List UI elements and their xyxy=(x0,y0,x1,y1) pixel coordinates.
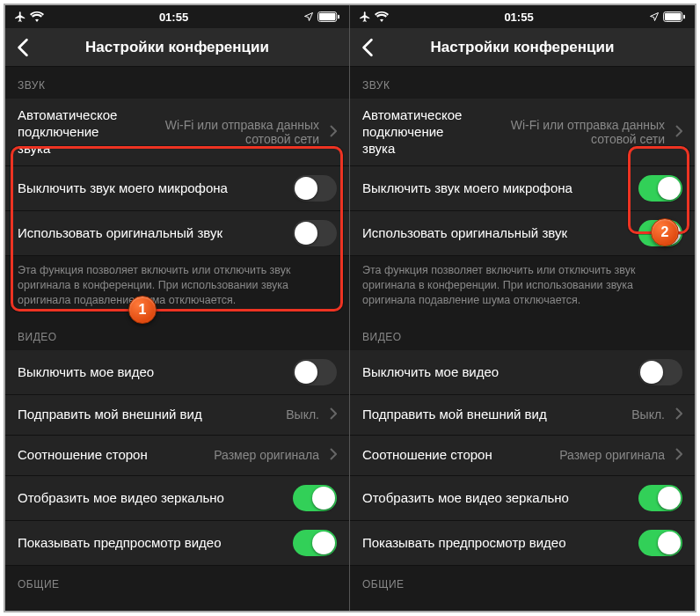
row-touch-up[interactable]: Подправить мой внешний вид Выкл. xyxy=(5,395,349,436)
back-button[interactable] xyxy=(5,28,40,67)
svg-rect-2 xyxy=(338,15,339,19)
status-left xyxy=(14,11,44,23)
row-value: Размер оригинала xyxy=(214,448,319,462)
row-label: Использовать оригинальный звук xyxy=(362,225,631,242)
page-title: Настройки конференции xyxy=(350,39,695,56)
chevron-right-icon xyxy=(330,407,337,422)
toggle-mirror[interactable] xyxy=(293,485,337,511)
row-label: Выключить звук моего микрофона xyxy=(362,180,631,197)
row-mute-mic: Выключить звук моего микрофона xyxy=(5,166,349,211)
section-general: ОБЩИЕ xyxy=(350,566,695,598)
row-preview: Показывать предпросмотр видео xyxy=(5,521,349,566)
header: Настройки конференции xyxy=(5,28,349,67)
orig-sound-hint: Эта функция позволяет включить или отклю… xyxy=(350,256,695,319)
status-left xyxy=(359,11,389,23)
row-value: Выкл. xyxy=(631,407,665,422)
row-label: Показывать предпросмотр видео xyxy=(18,535,286,552)
location-icon xyxy=(649,11,660,22)
step-badge: 2 xyxy=(651,218,679,246)
toggle-preview[interactable] xyxy=(293,530,337,556)
row-orig-sound: Использовать оригинальный звук xyxy=(5,211,349,256)
row-preview: Показывать предпросмотр видео xyxy=(350,521,695,566)
chevron-right-icon xyxy=(330,125,337,140)
row-label: Выключить мое видео xyxy=(18,364,286,381)
toggle-mirror[interactable] xyxy=(638,485,682,511)
row-auto-audio[interactable]: Автоматическое подключение звука Wi-Fi и… xyxy=(5,99,349,166)
row-label: Выключить звук моего микрофона xyxy=(18,180,286,197)
svg-rect-4 xyxy=(665,13,681,20)
row-value: Wi-Fi или отправка данных сотовой сети xyxy=(469,118,665,146)
toggle-mute-mic[interactable] xyxy=(638,175,682,202)
status-time: 01:55 xyxy=(159,11,188,24)
back-button[interactable] xyxy=(350,28,385,67)
row-auto-audio[interactable]: Автоматическое подключение звука Wi-Fi и… xyxy=(350,99,695,166)
toggle-preview[interactable] xyxy=(638,530,682,556)
section-general: ОБЩИЕ xyxy=(5,566,349,598)
status-bar: 01:55 xyxy=(350,5,695,28)
svg-rect-1 xyxy=(319,13,335,20)
row-touch-up[interactable]: Подправить мой внешний вид Выкл. xyxy=(350,395,695,436)
row-mirror: Отобразить мое видео зеркально xyxy=(350,476,695,521)
row-disable-video: Выключить мое видео xyxy=(5,350,349,395)
svg-rect-5 xyxy=(683,15,685,19)
page-title: Настройки конференции xyxy=(5,39,349,56)
row-label: Соотношение сторон xyxy=(362,447,552,464)
screen-right: 01:55 Настройки конференции ЗВУК Автомат… xyxy=(350,5,695,611)
section-video: ВИДЕО xyxy=(350,319,695,350)
row-aspect[interactable]: Соотношение сторон Размер оригинала xyxy=(350,436,695,476)
screen-left: 01:55 Настройки конференции ЗВУК Автомат… xyxy=(5,5,350,611)
row-label: Подправить мой внешний вид xyxy=(362,407,624,423)
row-label: Автоматическое подключение звука xyxy=(362,107,462,157)
comparison-frame: 01:55 Настройки конференции ЗВУК Автомат… xyxy=(4,4,696,612)
battery-icon xyxy=(317,11,340,22)
toggle-mute-mic[interactable] xyxy=(293,175,337,202)
row-mute-mic: Выключить звук моего микрофона xyxy=(350,166,695,211)
chevron-left-icon xyxy=(361,38,374,57)
section-video: ВИДЕО xyxy=(5,319,349,350)
chevron-left-icon xyxy=(17,38,29,57)
airplane-mode-icon xyxy=(359,11,371,23)
wifi-icon xyxy=(375,11,389,22)
row-value: Размер оригинала xyxy=(559,448,665,462)
row-orig-sound: Использовать оригинальный звук xyxy=(350,211,695,256)
row-label: Отобразить мое видео зеркально xyxy=(362,490,631,507)
status-right xyxy=(303,11,340,22)
section-sound: ЗВУК xyxy=(5,67,349,99)
status-bar: 01:55 xyxy=(5,5,349,28)
section-sound: ЗВУК xyxy=(350,67,695,99)
toggle-disable-video[interactable] xyxy=(293,359,337,385)
toggle-disable-video[interactable] xyxy=(638,359,682,385)
location-icon xyxy=(303,11,314,22)
orig-sound-hint: Эта функция позволяет включить или отклю… xyxy=(5,256,349,319)
battery-icon xyxy=(663,11,686,22)
status-time: 01:55 xyxy=(504,11,533,24)
row-aspect[interactable]: Соотношение сторон Размер оригинала xyxy=(5,436,349,476)
row-label: Отобразить мое видео зеркально xyxy=(18,490,286,507)
chevron-right-icon xyxy=(330,448,337,463)
row-label: Подправить мой внешний вид xyxy=(18,407,279,423)
chevron-right-icon xyxy=(675,448,682,463)
toggle-orig-sound[interactable] xyxy=(293,220,337,246)
airplane-mode-icon xyxy=(14,11,26,23)
status-right xyxy=(649,11,686,22)
row-label: Выключить мое видео xyxy=(362,364,631,381)
step-badge: 1 xyxy=(128,296,157,324)
chevron-right-icon xyxy=(675,407,682,422)
row-disable-video: Выключить мое видео xyxy=(350,350,695,395)
row-label: Автоматическое подключение звука xyxy=(18,107,117,157)
header: Настройки конференции xyxy=(350,28,695,67)
row-label: Использовать оригинальный звук xyxy=(18,225,286,242)
row-label: Показывать предпросмотр видео xyxy=(362,535,631,552)
row-value: Wi-Fi или отправка данных сотовой сети xyxy=(124,118,319,146)
wifi-icon xyxy=(30,11,44,22)
row-label: Соотношение сторон xyxy=(18,447,207,464)
row-mirror: Отобразить мое видео зеркально xyxy=(5,476,349,521)
row-value: Выкл. xyxy=(286,407,319,422)
chevron-right-icon xyxy=(675,125,682,140)
